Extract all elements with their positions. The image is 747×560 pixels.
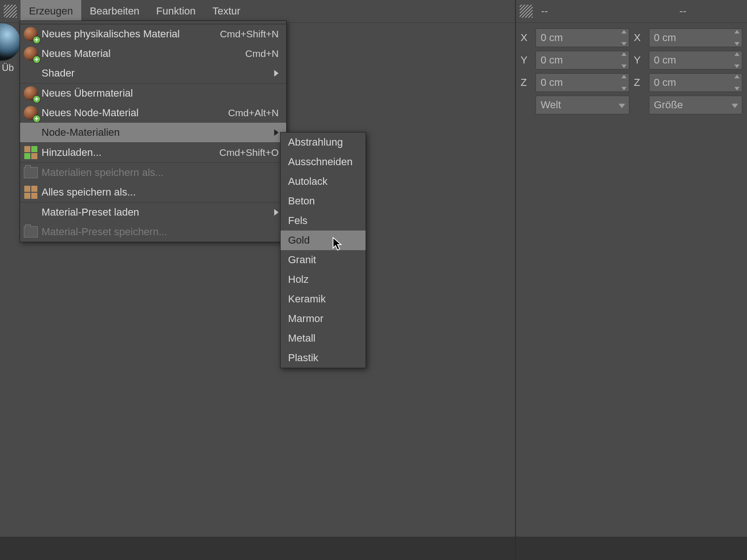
spinner-icon[interactable] — [621, 30, 627, 46]
position-y-field[interactable]: 0 cm — [536, 51, 629, 70]
field-value: 0 cm — [654, 77, 677, 89]
item-node-materialien[interactable]: Node-Materialien — [20, 123, 286, 142]
folder-icon — [20, 167, 42, 178]
menu-textur[interactable]: Textur — [204, 0, 249, 22]
grid-icon — [20, 186, 42, 199]
svg-marker-32 — [619, 104, 625, 108]
erzeugen-dropdown: + Neues physikalisches Material Cmd+Shif… — [20, 21, 287, 242]
field-value: 0 cm — [541, 77, 563, 89]
menu-item-label: Material-Preset speichern... — [42, 226, 279, 238]
item-neues-uebermaterial[interactable]: + Neues Übermaterial — [20, 84, 286, 103]
svg-line-16 — [522, 7, 533, 18]
svg-line-13 — [520, 5, 525, 10]
svg-line-12 — [520, 5, 522, 7]
menu-item-label: Neues Übermaterial — [42, 87, 279, 99]
menu-item-label: Neues Node-Material — [42, 107, 228, 119]
sub-item-beton[interactable]: Beton — [281, 191, 366, 211]
item-hinzuladen[interactable]: Hinzuladen... Cmd+Shift+O — [20, 143, 286, 162]
svg-marker-29 — [621, 87, 627, 91]
coords-header: -- -- — [516, 0, 747, 23]
dropdown-grip[interactable] — [20, 21, 286, 24]
svg-line-3 — [4, 5, 16, 17]
svg-marker-10 — [274, 209, 278, 216]
size-z-field[interactable]: 0 cm — [649, 73, 743, 92]
svg-marker-28 — [621, 75, 627, 78]
submenu-arrow-icon — [274, 206, 279, 218]
size-x-field[interactable]: 0 cm — [649, 28, 743, 47]
field-value: 0 cm — [541, 54, 563, 66]
svg-marker-23 — [734, 42, 740, 46]
spinner-icon[interactable] — [621, 75, 627, 91]
svg-marker-24 — [621, 52, 627, 56]
material-sphere-icon — [0, 23, 21, 61]
axis-label-x: X — [521, 32, 531, 44]
svg-marker-21 — [621, 42, 627, 46]
sub-item-keramik[interactable]: Keramik — [281, 289, 366, 309]
panel-hatch-icon[interactable] — [0, 0, 21, 22]
node-materialien-submenu: Abstrahlung Ausschneiden Autolack Beton … — [280, 132, 366, 368]
item-neues-physikalisches-material[interactable]: + Neues physikalisches Material Cmd+Shif… — [20, 24, 286, 44]
svg-marker-33 — [732, 104, 738, 108]
sub-item-fels[interactable]: Fels — [281, 211, 366, 231]
menu-item-shortcut: Cmd+Shift+N — [220, 28, 279, 40]
item-material-preset-laden[interactable]: Material-Preset laden — [20, 203, 286, 222]
position-x-field[interactable]: 0 cm — [536, 28, 629, 47]
size-mode-select[interactable]: Größe — [649, 96, 743, 114]
sub-item-autolack[interactable]: Autolack — [281, 172, 366, 191]
menu-item-label: Materialien speichern als... — [42, 167, 279, 179]
item-shader[interactable]: Shader — [20, 63, 286, 83]
spinner-icon[interactable] — [734, 30, 740, 46]
field-value: 0 cm — [654, 54, 677, 66]
svg-marker-31 — [734, 87, 740, 91]
submenu-arrow-icon — [274, 67, 279, 79]
svg-marker-27 — [734, 64, 740, 68]
svg-marker-25 — [621, 64, 627, 68]
coord-system-select[interactable]: Welt — [536, 96, 629, 114]
axis-label-z: Z — [634, 77, 644, 89]
submenu-arrow-icon — [274, 126, 279, 139]
coordinates-panel: -- -- X 0 cm X 0 cm — [516, 0, 747, 560]
size-y-field[interactable]: 0 cm — [649, 51, 743, 70]
menu-erzeugen[interactable]: Erzeugen — [21, 0, 81, 22]
select-value: Welt — [541, 99, 561, 111]
svg-marker-26 — [734, 52, 740, 56]
sub-item-abstrahlung[interactable]: Abstrahlung — [281, 133, 366, 152]
item-materialien-speichern-als: Materialien speichern als... — [20, 163, 286, 182]
materials-panel: Erzeugen Bearbeiten Funktion Textur Üb +… — [0, 0, 516, 560]
folder-icon — [20, 226, 42, 238]
item-neues-node-material[interactable]: + Neues Node-Material Cmd+Alt+N — [20, 103, 286, 123]
coord-grid: X 0 cm X 0 cm Y — [516, 23, 747, 114]
spinner-icon[interactable] — [734, 52, 740, 68]
item-neues-material[interactable]: + Neues Material Cmd+N — [20, 44, 286, 63]
position-z-field[interactable]: 0 cm — [536, 73, 629, 92]
menu-item-label: Node-Materialien — [42, 126, 274, 139]
header-placeholder-left: -- — [536, 5, 553, 17]
svg-line-7 — [16, 17, 17, 18]
item-alles-speichern-als[interactable]: Alles speichern als... — [20, 182, 286, 202]
spinner-icon[interactable] — [734, 75, 740, 91]
header-placeholder-right: -- — [675, 5, 691, 17]
sphere-plus-icon: + — [20, 106, 42, 120]
sub-item-plastik[interactable]: Plastik — [281, 348, 366, 368]
sub-item-ausschneiden[interactable]: Ausschneiden — [281, 152, 366, 172]
menu-funktion[interactable]: Funktion — [148, 0, 204, 22]
menu-item-label: Neues physikalisches Material — [42, 28, 220, 40]
menu-item-shortcut: Cmd+Alt+N — [228, 107, 279, 119]
panel-footer — [0, 537, 515, 560]
spinner-icon[interactable] — [621, 52, 627, 68]
sphere-plus-icon: + — [20, 47, 42, 61]
sub-item-metall[interactable]: Metall — [281, 329, 366, 348]
sphere-plus-icon: + — [20, 27, 42, 41]
menu-bearbeiten[interactable]: Bearbeiten — [81, 0, 148, 22]
grid-check-icon — [20, 146, 42, 159]
sphere-plus-icon: + — [20, 86, 42, 100]
svg-marker-9 — [274, 129, 278, 136]
panel-hatch-icon[interactable] — [516, 5, 536, 18]
svg-line-19 — [532, 17, 533, 18]
svg-line-4 — [6, 7, 17, 18]
chevron-down-icon — [732, 99, 738, 111]
sub-item-holz[interactable]: Holz — [281, 270, 366, 289]
sub-item-gold[interactable]: Gold — [281, 231, 366, 250]
sub-item-marmor[interactable]: Marmor — [281, 309, 366, 329]
sub-item-granit[interactable]: Granit — [281, 250, 366, 270]
